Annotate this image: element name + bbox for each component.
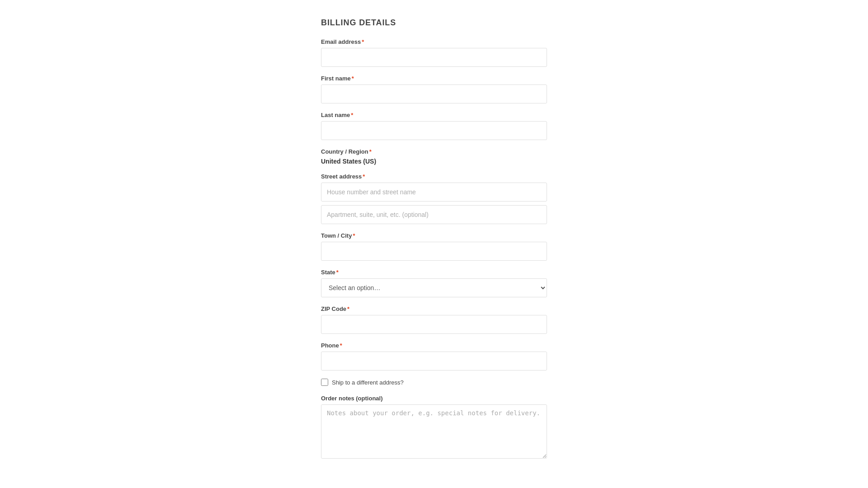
order-notes-label: Order notes (optional) [321, 395, 547, 402]
country-label: Country / Region* [321, 148, 547, 155]
first-name-input[interactable] [321, 84, 547, 103]
zip-code-input[interactable] [321, 315, 547, 334]
email-input[interactable] [321, 48, 547, 67]
email-label: Email address* [321, 38, 547, 45]
phone-input[interactable] [321, 352, 547, 371]
ship-different-checkbox[interactable] [321, 379, 328, 386]
town-city-input[interactable] [321, 242, 547, 261]
phone-label: Phone* [321, 342, 547, 349]
street-address-label: Street address* [321, 173, 547, 180]
street-address-line1-group [321, 183, 547, 202]
zip-code-label: ZIP Code* [321, 305, 547, 312]
state-field-group: State* Select an option… [321, 269, 547, 297]
billing-details-form: BILLING DETAILS Email address* First nam… [321, 0, 547, 488]
last-name-field-group: Last name* [321, 112, 547, 140]
street-address-line2-input[interactable] [321, 205, 547, 224]
last-name-input[interactable] [321, 121, 547, 140]
street-address-line2-group [321, 205, 547, 224]
ship-different-row: Ship to a different address? [321, 379, 547, 386]
email-field-group: Email address* [321, 38, 547, 67]
state-label: State* [321, 269, 547, 276]
ship-different-label[interactable]: Ship to a different address? [332, 379, 404, 386]
town-city-field-group: Town / City* [321, 232, 547, 261]
state-select[interactable]: Select an option… [321, 278, 547, 297]
town-city-label: Town / City* [321, 232, 547, 239]
first-name-field-group: First name* [321, 75, 547, 103]
phone-field-group: Phone* [321, 342, 547, 371]
country-value: United States (US) [321, 158, 547, 165]
country-field-group: Country / Region* United States (US) [321, 148, 547, 165]
last-name-label: Last name* [321, 112, 547, 118]
zip-code-field-group: ZIP Code* [321, 305, 547, 334]
order-notes-field-group: Order notes (optional) [321, 395, 547, 460]
street-address-field-group: Street address* [321, 173, 547, 224]
street-address-line1-input[interactable] [321, 183, 547, 202]
first-name-label: First name* [321, 75, 547, 82]
form-title: BILLING DETAILS [321, 18, 547, 28]
order-notes-textarea[interactable] [321, 404, 547, 459]
